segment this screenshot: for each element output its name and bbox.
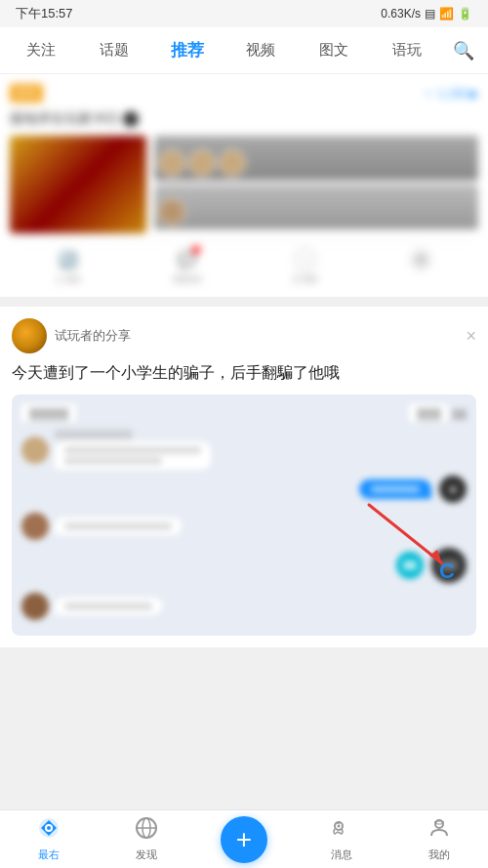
latest-label: 最右 bbox=[38, 847, 60, 862]
chat-right-row-2 bbox=[21, 548, 467, 583]
content-area: 新闻 ＋ 1.1W ▶ 掘地求生玩家冲日 bbox=[0, 74, 488, 725]
stat-like[interactable]: ○ 6.9W bbox=[293, 248, 318, 285]
chat-time: ▓▓ bbox=[452, 408, 467, 419]
comment-icon: 💬 bbox=[175, 248, 198, 271]
media-thumbs bbox=[154, 136, 478, 233]
tab-follow[interactable]: 关注 bbox=[4, 37, 77, 63]
battery-icon: 🔋 bbox=[458, 7, 472, 21]
discover-icon bbox=[135, 816, 158, 846]
post-card: 试玩者的分享 × 今天遭到了一个小学生的骗子，后手翻騙了他哦 ▓▓▓▓▓ ▓▓▓… bbox=[0, 307, 488, 647]
face-1 bbox=[158, 149, 185, 177]
bubble-1 bbox=[55, 441, 211, 470]
profile-icon bbox=[427, 816, 451, 846]
card1-stats: 🔄 1.4W 💬 39004 ○ 6.9W ⚙ bbox=[10, 241, 478, 287]
bubble-teal bbox=[396, 552, 424, 579]
follow-count: 1.1W bbox=[438, 87, 466, 101]
chat-blurred-content: ▓▓▓▓▓ ▓▓▓ ▓▓ bbox=[21, 404, 467, 620]
tag-label: 新闻 bbox=[10, 84, 43, 103]
chat-right-row-1: ● bbox=[21, 475, 467, 503]
discover-label: 发现 bbox=[136, 847, 157, 862]
post-header: 试玩者的分享 × bbox=[12, 318, 476, 353]
status-right: 0.63K/s ▤ 📶 🔋 bbox=[381, 7, 472, 21]
user-avatar bbox=[12, 318, 47, 353]
signal-icon: ▤ bbox=[425, 7, 435, 21]
bubble-blue bbox=[359, 479, 431, 499]
tab-recommend[interactable]: 推荐 bbox=[150, 35, 224, 65]
tab-game[interactable]: 语玩 bbox=[370, 37, 443, 63]
svg-rect-12 bbox=[436, 821, 442, 824]
nav-message[interactable]: 消息 bbox=[293, 810, 390, 868]
blur-bubble-text-1 bbox=[64, 446, 201, 454]
bubble-3 bbox=[55, 598, 162, 615]
follow-icon: ＋ bbox=[423, 85, 434, 102]
chat-avatar-2 bbox=[21, 513, 49, 540]
media-main-image bbox=[10, 136, 146, 233]
baidu-watermark: C bbox=[437, 555, 467, 589]
face-2 bbox=[188, 149, 216, 177]
bubble-2 bbox=[55, 517, 182, 535]
chat-header: ▓▓▓▓▓ ▓▓▓ ▓▓ bbox=[21, 404, 467, 422]
more-icon: ⚙ bbox=[409, 248, 432, 271]
svg-point-10 bbox=[338, 825, 341, 828]
share-count: 1.4W bbox=[56, 273, 81, 285]
blur-text-1 bbox=[55, 430, 133, 439]
stat-comment[interactable]: 💬 39004 bbox=[172, 248, 202, 285]
plus-button[interactable]: + bbox=[221, 816, 267, 863]
network-speed: 0.63K/s bbox=[381, 7, 421, 21]
share-icon: 🔄 bbox=[57, 248, 80, 271]
follow-arrow: ▶ bbox=[469, 87, 478, 101]
face-4 bbox=[158, 198, 185, 226]
tab-video[interactable]: 视频 bbox=[224, 37, 297, 63]
nav-profile[interactable]: 我的 bbox=[390, 810, 488, 868]
tab-topic[interactable]: 话题 bbox=[77, 37, 150, 63]
chat-right-info: ▓▓▓ ▓▓ bbox=[409, 404, 467, 422]
latest-icon bbox=[37, 816, 61, 846]
svg-point-5 bbox=[47, 826, 51, 830]
status-bar: 下午15:57 0.63K/s ▤ 📶 🔋 bbox=[0, 0, 488, 27]
nav-tabs: 关注 话题 推荐 视频 图文 语玩 🔍 bbox=[0, 27, 488, 74]
blur-blue-text bbox=[371, 485, 420, 493]
blur-bubble-text-3 bbox=[64, 522, 172, 530]
like-icon: ○ bbox=[294, 248, 317, 271]
blur-bubble-text-2 bbox=[64, 457, 162, 465]
profile-label: 我的 bbox=[428, 847, 450, 862]
chat-screenshot: ▓▓▓▓▓ ▓▓▓ ▓▓ bbox=[12, 394, 476, 636]
svg-text:C: C bbox=[439, 558, 455, 583]
featured-card: 新闻 ＋ 1.1W ▶ 掘地求生玩家冲日 bbox=[0, 74, 488, 297]
blur-bubble-text-4 bbox=[64, 602, 152, 610]
chat-right-name: ▓▓▓ bbox=[409, 404, 448, 422]
card1-title: 掘地求生玩家冲日 bbox=[10, 110, 478, 128]
thumb-2 bbox=[154, 185, 478, 229]
chat-line-2 bbox=[21, 513, 467, 540]
card1-media bbox=[10, 136, 478, 233]
username: 试玩者的分享 bbox=[55, 327, 131, 345]
bubble-dark-1: ● bbox=[439, 475, 467, 503]
chat-line-3 bbox=[21, 593, 467, 620]
card1-title-text: 掘地求生玩家冲日 bbox=[10, 110, 119, 128]
face-3 bbox=[219, 149, 246, 177]
stat-more[interactable]: ⚙ bbox=[409, 248, 432, 285]
follow-info[interactable]: ＋ 1.1W ▶ bbox=[423, 85, 478, 102]
bottom-nav: 最右 发现 + 消息 bbox=[0, 809, 488, 868]
comment-count: 39004 bbox=[172, 273, 202, 285]
chat-left-name: ▓▓▓▓▓ bbox=[21, 404, 76, 422]
message-icon bbox=[330, 816, 353, 846]
chat-avatar-1 bbox=[21, 436, 49, 464]
wifi-icon: 📶 bbox=[439, 7, 454, 21]
badge-dot bbox=[192, 246, 200, 254]
message-label: 消息 bbox=[331, 847, 352, 862]
nav-discover[interactable]: 发现 bbox=[98, 810, 195, 868]
chat-avatar-3 bbox=[21, 593, 49, 620]
thumb-1 bbox=[154, 136, 478, 181]
like-count: 6.9W bbox=[293, 273, 318, 285]
title-dot bbox=[123, 111, 139, 127]
tab-imgtext[interactable]: 图文 bbox=[297, 37, 370, 63]
nav-plus-area: + bbox=[195, 816, 293, 863]
stat-share[interactable]: 🔄 1.4W bbox=[56, 248, 81, 285]
nav-latest[interactable]: 最右 bbox=[0, 810, 98, 868]
chat-line-1 bbox=[21, 430, 467, 470]
close-button[interactable]: × bbox=[466, 326, 476, 347]
post-text: 今天遭到了一个小学生的骗子，后手翻騙了他哦 bbox=[12, 361, 476, 385]
status-time: 下午15:57 bbox=[16, 5, 73, 22]
search-button[interactable]: 🔍 bbox=[443, 36, 484, 65]
